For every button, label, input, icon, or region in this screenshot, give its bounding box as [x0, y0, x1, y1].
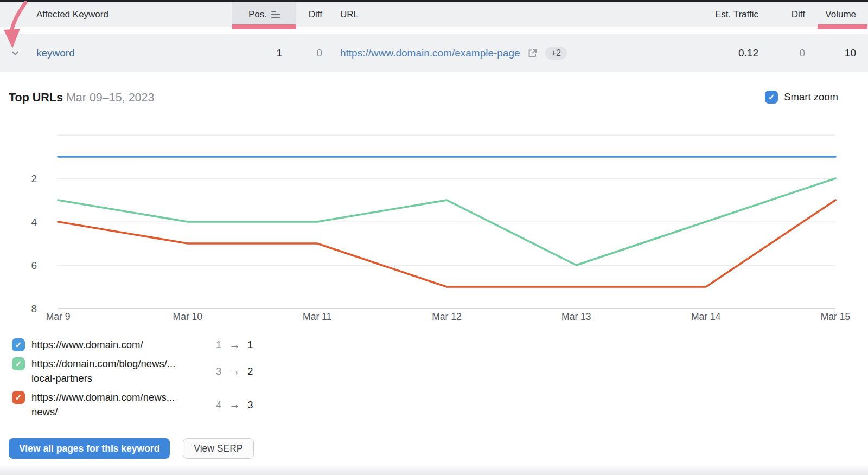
view-serp-button[interactable]: View SERP	[183, 438, 253, 459]
date-range-label: Mar 09–15, 2023	[66, 91, 155, 104]
column-header-affected-keyword[interactable]: Affected Keyword	[36, 2, 108, 27]
external-link-icon[interactable]	[527, 48, 538, 59]
svg-text:Mar 11: Mar 11	[303, 311, 331, 322]
legend-item: ✓ https://domain.com/blog/news/...local-…	[9, 356, 421, 386]
position-from: 3	[216, 365, 221, 377]
column-header-url[interactable]: URL	[340, 2, 359, 27]
legend-item: ✓ https://www.domain.com/ 1 → 1	[9, 337, 421, 352]
diff-value: 0	[279, 34, 322, 72]
url-link[interactable]: https://www.domain.com/example-page	[340, 47, 520, 59]
keyword-link[interactable]: keyword	[36, 34, 75, 72]
column-header-volume[interactable]: Volume	[802, 2, 856, 27]
url-cell: https://www.domain.com/example-page +2	[340, 34, 567, 72]
row-expand-button[interactable]	[5, 34, 25, 72]
svg-text:4: 4	[31, 216, 37, 228]
section-title: Top URLs Mar 09–15, 2023	[9, 91, 154, 105]
position-from: 1	[216, 339, 221, 351]
legend-item: ✓ https://www.domain.com/news...news/ 4 …	[9, 390, 421, 419]
table-header-row: Affected Keyword Pos. Diff URL Est. Traf…	[0, 2, 868, 27]
volume-column-highlight	[818, 24, 867, 29]
position-from: 4	[216, 399, 221, 410]
svg-text:Mar 15: Mar 15	[821, 311, 850, 322]
keyword-detail-panel: Affected Keyword Pos. Diff URL Est. Traf…	[0, 0, 868, 475]
svg-text:Mar 13: Mar 13	[561, 311, 591, 322]
pos-column-highlight	[232, 24, 296, 29]
arrow-right-icon: →	[229, 365, 240, 377]
series-checkbox-blue[interactable]: ✓	[12, 338, 25, 351]
action-buttons: View all pages for this keyword View SER…	[9, 438, 254, 459]
position-change: 4 → 3	[216, 399, 253, 411]
svg-text:Mar 9: Mar 9	[46, 311, 71, 322]
column-header-diff-2[interactable]: Diff	[762, 2, 805, 27]
position-to: 2	[247, 365, 253, 377]
position-to: 3	[247, 399, 253, 410]
smart-zoom-checkbox-icon[interactable]: ✓	[765, 91, 778, 104]
bottom-shadow	[0, 464, 868, 475]
column-header-est-traffic[interactable]: Est. Traffic	[682, 2, 758, 27]
chart-legend: ✓ https://www.domain.com/ 1 → 1 ✓ https:…	[9, 337, 421, 423]
view-all-pages-button[interactable]: View all pages for this keyword	[9, 438, 170, 459]
svg-text:6: 6	[31, 260, 37, 271]
pos-header-label: Pos.	[248, 9, 267, 20]
position-change: 1 → 1	[216, 338, 253, 351]
keyword-table-row: keyword 1 0 https://www.domain.com/examp…	[0, 34, 868, 72]
est-traffic-value: 0.12	[682, 34, 758, 72]
traffic-diff-value: 0	[762, 34, 805, 72]
legend-url-label[interactable]: https://www.domain.com/	[31, 337, 194, 352]
series-checkbox-green[interactable]: ✓	[12, 357, 25, 370]
volume-value: 10	[802, 34, 856, 72]
svg-text:Mar 14: Mar 14	[691, 311, 721, 322]
arrow-right-icon: →	[229, 399, 240, 411]
position-trend-plot: 2468Mar 9Mar 10Mar 11Mar 12Mar 13Mar 14M…	[0, 130, 868, 332]
top-urls-chart[interactable]: 2468Mar 9Mar 10Mar 11Mar 12Mar 13Mar 14M…	[0, 130, 868, 332]
svg-text:Mar 12: Mar 12	[432, 311, 461, 322]
series-checkbox-orange[interactable]: ✓	[12, 391, 25, 404]
top-urls-title: Top URLs	[9, 91, 63, 104]
smart-zoom-label: Smart zoom	[784, 91, 838, 103]
svg-text:8: 8	[31, 303, 37, 314]
position-value: 1	[239, 34, 282, 72]
svg-text:Mar 10: Mar 10	[173, 311, 203, 322]
position-change: 3 → 2	[216, 365, 253, 377]
arrow-right-icon: →	[229, 338, 240, 351]
svg-text:2: 2	[31, 173, 37, 184]
position-to: 1	[247, 339, 253, 351]
legend-url-label[interactable]: https://domain.com/blog/news/...local-pa…	[31, 356, 194, 386]
smart-zoom-toggle[interactable]: ✓ Smart zoom	[765, 91, 838, 104]
column-header-diff[interactable]: Diff	[279, 2, 322, 27]
more-urls-badge[interactable]: +2	[545, 47, 567, 60]
legend-url-label[interactable]: https://www.domain.com/news...news/	[31, 390, 194, 419]
chevron-down-icon	[10, 48, 21, 59]
